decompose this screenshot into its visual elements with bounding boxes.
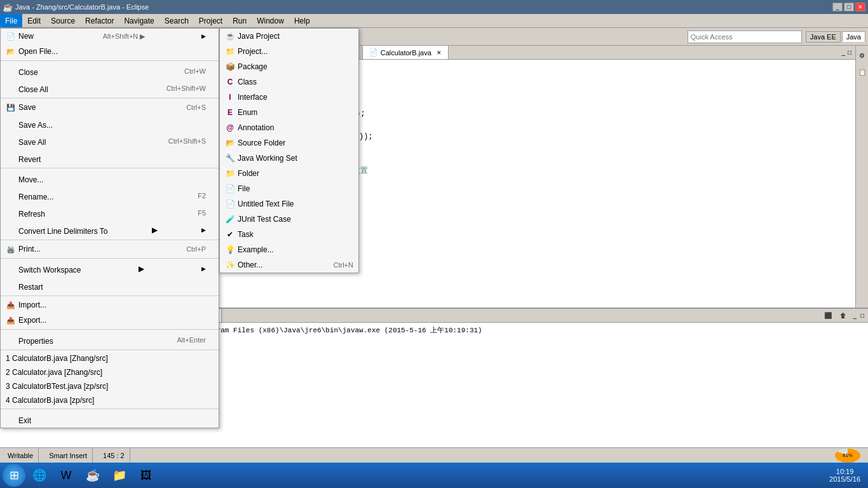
separator-9 xyxy=(1,409,219,409)
titlebar: ☕ Java - Zhang/src/CalculatorB.java - Ec… xyxy=(0,0,868,14)
menubar: File Edit Source Refactor Navigate Searc… xyxy=(0,14,868,28)
new-submenu: ☕Java Project 📁Project... 📦Package CClas… xyxy=(219,28,359,273)
start-button[interactable]: ⊞ xyxy=(3,464,25,487)
untitled-icon: 📄 xyxy=(225,199,235,209)
clock-date: 2015/5/16 xyxy=(829,475,860,483)
app-icon: ☕ xyxy=(3,3,13,12)
memory-indicator[interactable]: 81% xyxy=(835,449,860,463)
menu-refactor[interactable]: Refactor xyxy=(80,14,119,27)
menu-revert[interactable]: Revert xyxy=(1,149,219,166)
minimize-bottom-icon[interactable]: _ xyxy=(851,311,858,320)
menu-new[interactable]: 📄New Alt+Shift+N ▶ xyxy=(1,29,219,44)
menu-open-file[interactable]: 📂Open File... xyxy=(1,44,219,59)
new-project[interactable]: 📁Project... xyxy=(220,44,358,59)
maximize-editor-icon[interactable]: □ xyxy=(846,48,853,57)
minimize-button[interactable]: _ xyxy=(832,3,843,11)
menu-window[interactable]: Window xyxy=(252,14,289,27)
separator-3 xyxy=(1,168,219,168)
new-folder[interactable]: 📁Folder xyxy=(220,166,358,181)
folder-icon-taskbar: 📁 xyxy=(109,465,130,485)
open-file-icon: 📂 xyxy=(6,46,16,57)
stop-console-button[interactable]: ⬛ xyxy=(821,309,835,323)
recent-2[interactable]: 2 Calculator.java [Zhang/src] xyxy=(1,365,219,379)
menu-rename[interactable]: Rename... F2 xyxy=(1,187,219,204)
recent-3[interactable]: 3 CalculatorBTest.java [zp/src] xyxy=(1,379,219,393)
task-icon: ✔ xyxy=(225,229,235,240)
right-icon-1[interactable]: ⚙ xyxy=(855,48,869,62)
menu-import[interactable]: 📥Import... xyxy=(1,297,219,313)
new-java-project[interactable]: ☕Java Project xyxy=(220,29,358,44)
new-example[interactable]: 💡Example... xyxy=(220,242,358,257)
recent-1[interactable]: 1 CalculatorB.java [Zhang/src] xyxy=(1,351,219,365)
new-untitled-text[interactable]: 📄Untitled Text File xyxy=(220,196,358,212)
menu-project[interactable]: Project xyxy=(194,14,227,27)
menu-close-all[interactable]: Close All Ctrl+Shift+W xyxy=(1,79,219,97)
menu-run[interactable]: Run xyxy=(227,14,252,27)
taskbar-folder[interactable]: 📁 xyxy=(107,464,132,486)
new-junit-test[interactable]: 🧪JUnit Test Case xyxy=(220,212,358,227)
menu-move[interactable]: Move... xyxy=(1,170,219,187)
tab-calculator-b[interactable]: 📄 CalculatorB.java ✕ xyxy=(363,46,449,59)
minimize-editor-icon[interactable]: _ xyxy=(840,48,846,57)
menu-source[interactable]: Source xyxy=(46,14,80,27)
taskbar: ⊞ 🌐 W ☕ 📁 🖼 10:19 2015/5/16 xyxy=(0,463,868,488)
menu-restart[interactable]: Restart xyxy=(1,277,219,294)
taskbar-app5[interactable]: 🖼 xyxy=(133,464,159,486)
close-button[interactable]: ✕ xyxy=(855,3,865,11)
new-task[interactable]: ✔Task xyxy=(220,227,358,242)
new-annotation[interactable]: @Annotation xyxy=(220,120,358,135)
menu-save-as[interactable]: Save As... xyxy=(1,115,219,132)
taskbar-word[interactable]: W xyxy=(53,464,79,486)
new-java-working-set[interactable]: 🔧Java Working Set xyxy=(220,151,358,166)
menu-export[interactable]: 📤Export... xyxy=(1,313,219,328)
new-file[interactable]: 📄File xyxy=(220,181,358,196)
source-folder-icon: 📂 xyxy=(225,138,235,148)
right-icon-2[interactable]: 📋 xyxy=(855,65,869,79)
file-menu-dropdown: 📄New Alt+Shift+N ▶ 📂Open File... Close C… xyxy=(0,28,219,428)
working-set-icon: 🔧 xyxy=(225,153,235,163)
maximize-bottom-icon[interactable]: □ xyxy=(859,311,865,320)
new-other[interactable]: ✨Other... Ctrl+N xyxy=(220,257,358,273)
quick-access-input[interactable] xyxy=(691,33,799,41)
taskbar-eclipse[interactable]: ☕ xyxy=(80,464,105,486)
new-class[interactable]: CClass xyxy=(220,74,358,90)
menu-file[interactable]: File xyxy=(0,14,22,27)
project-icon: 📁 xyxy=(225,46,235,57)
separator-8 xyxy=(1,349,219,350)
menu-save[interactable]: 💾Save Ctrl+S xyxy=(1,100,219,115)
example-icon: 💡 xyxy=(225,245,235,255)
menu-close[interactable]: Close Ctrl+W xyxy=(1,62,219,79)
save-icon: 💾 xyxy=(6,102,16,112)
quick-access-box[interactable] xyxy=(688,30,802,43)
menu-convert-delimiters[interactable]: Convert Line Delimiters To ▶ xyxy=(1,221,219,238)
menu-print[interactable]: 🖨️Print... Ctrl+P xyxy=(1,241,219,257)
window-title: Java - Zhang/src/CalculatorB.java - Ecli… xyxy=(15,3,149,11)
perspective-java[interactable]: Java xyxy=(842,31,865,42)
new-interface[interactable]: IInterface xyxy=(220,90,358,105)
app5-icon: 🖼 xyxy=(136,465,156,485)
recent-4[interactable]: 4 CalculatorB.java [zp/src] xyxy=(1,393,219,407)
menu-refresh[interactable]: Refresh F5 xyxy=(1,204,219,221)
menu-search[interactable]: Search xyxy=(159,14,194,27)
clear-console-button[interactable]: 🗑 xyxy=(836,309,850,323)
perspective-java-ee[interactable]: Java EE xyxy=(806,31,841,43)
taskbar-browser[interactable]: 🌐 xyxy=(27,464,52,486)
menu-navigate[interactable]: Navigate xyxy=(119,14,159,27)
maximize-button[interactable]: □ xyxy=(844,3,854,11)
statusbar: Writable Smart Insert 145 : 2 81% xyxy=(0,447,868,463)
new-enum[interactable]: EEnum xyxy=(220,105,358,120)
menu-properties[interactable]: Properties Alt+Enter xyxy=(1,331,219,348)
separator-2 xyxy=(1,98,219,98)
menu-help[interactable]: Help xyxy=(289,14,315,27)
menu-exit[interactable]: Exit xyxy=(1,410,219,428)
menu-save-all[interactable]: Save All Ctrl+Shift+S xyxy=(1,132,219,149)
menu-switch-workspace[interactable]: Switch Workspace ▶ xyxy=(1,260,219,277)
enum-icon: E xyxy=(225,107,235,118)
separator-5 xyxy=(1,258,219,259)
close-tab-icon[interactable]: ✕ xyxy=(437,50,442,56)
status-position: 145 : 2 xyxy=(98,448,130,463)
new-package[interactable]: 📦Package xyxy=(220,59,358,74)
folder-icon: 📁 xyxy=(225,168,235,179)
menu-edit[interactable]: Edit xyxy=(22,14,46,27)
new-source-folder[interactable]: 📂Source Folder xyxy=(220,135,358,151)
